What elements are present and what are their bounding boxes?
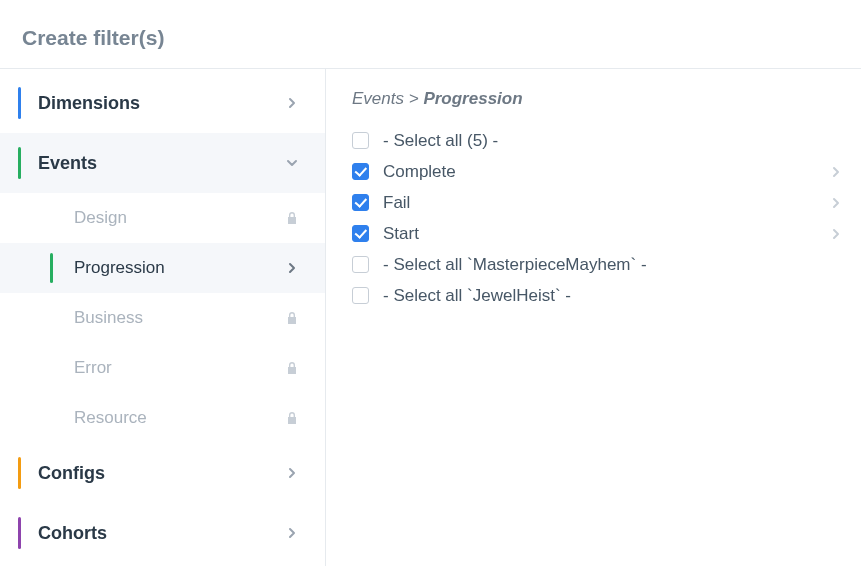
breadcrumb-sep: > (409, 89, 419, 108)
checkbox[interactable] (352, 256, 369, 273)
checkbox[interactable] (352, 132, 369, 149)
sub-accent (50, 403, 53, 433)
category-label: Events (38, 153, 97, 174)
breadcrumb-root[interactable]: Events (352, 89, 404, 108)
chevron-right-icon (829, 228, 843, 240)
option-label: - Select all `MasterpieceMayhem` - (383, 255, 843, 275)
subitem-resource[interactable]: Resource (0, 393, 325, 443)
lock-icon (283, 359, 301, 377)
option-select-all-masterpiecemayhem[interactable]: - Select all `MasterpieceMayhem` - (352, 249, 843, 280)
option-fail[interactable]: Fail (352, 187, 843, 218)
breadcrumb: Events > Progression (352, 89, 843, 109)
checkbox[interactable] (352, 163, 369, 180)
option-select-all-jewelheist[interactable]: - Select all `JewelHeist` - (352, 280, 843, 311)
chevron-right-icon (283, 94, 301, 112)
breadcrumb-current: Progression (423, 89, 522, 108)
dialog-body: Dimensions Events Design (0, 68, 861, 566)
filter-dialog: Create filter(s) Dimensions Events (0, 0, 861, 566)
subitem-business[interactable]: Business (0, 293, 325, 343)
category-dimensions[interactable]: Dimensions (0, 73, 325, 133)
sub-accent (50, 353, 53, 383)
option-label: Fail (383, 193, 829, 213)
events-subitems: Design Progression Business (0, 193, 325, 443)
accent-bar (18, 147, 21, 179)
chevron-right-icon (283, 524, 301, 542)
category-label: Cohorts (38, 523, 107, 544)
subitem-label: Design (74, 208, 127, 228)
option-select-all[interactable]: - Select all (5) - (352, 125, 843, 156)
accent-bar (18, 517, 21, 549)
checkbox[interactable] (352, 194, 369, 211)
option-label: - Select all `JewelHeist` - (383, 286, 843, 306)
lock-icon (283, 209, 301, 227)
category-cohorts[interactable]: Cohorts (0, 503, 325, 563)
option-complete[interactable]: Complete (352, 156, 843, 187)
subitem-progression[interactable]: Progression (0, 243, 325, 293)
option-label: Start (383, 224, 829, 244)
category-configs[interactable]: Configs (0, 443, 325, 503)
chevron-right-icon (283, 464, 301, 482)
chevron-right-icon (829, 197, 843, 209)
subitem-error[interactable]: Error (0, 343, 325, 393)
category-events[interactable]: Events (0, 133, 325, 193)
option-label: Complete (383, 162, 829, 182)
main-panel: Events > Progression - Select all (5) - … (326, 69, 861, 566)
accent-bar (18, 87, 21, 119)
sub-accent (50, 203, 53, 233)
option-label: - Select all (5) - (383, 131, 843, 151)
category-label: Configs (38, 463, 105, 484)
lock-icon (283, 409, 301, 427)
category-label: Dimensions (38, 93, 140, 114)
subitem-design[interactable]: Design (0, 193, 325, 243)
option-start[interactable]: Start (352, 218, 843, 249)
chevron-right-icon (283, 259, 301, 277)
subitem-label: Resource (74, 408, 147, 428)
chevron-down-icon (283, 154, 301, 172)
sub-accent (50, 303, 53, 333)
checkbox[interactable] (352, 225, 369, 242)
sub-accent (50, 253, 53, 283)
subitem-label: Progression (74, 258, 165, 278)
accent-bar (18, 457, 21, 489)
sidebar: Dimensions Events Design (0, 69, 326, 566)
subitem-label: Error (74, 358, 112, 378)
subitem-label: Business (74, 308, 143, 328)
option-list: - Select all (5) - Complete Fail (352, 125, 843, 311)
dialog-title: Create filter(s) (0, 18, 861, 68)
lock-icon (283, 309, 301, 327)
chevron-right-icon (829, 166, 843, 178)
checkbox[interactable] (352, 287, 369, 304)
